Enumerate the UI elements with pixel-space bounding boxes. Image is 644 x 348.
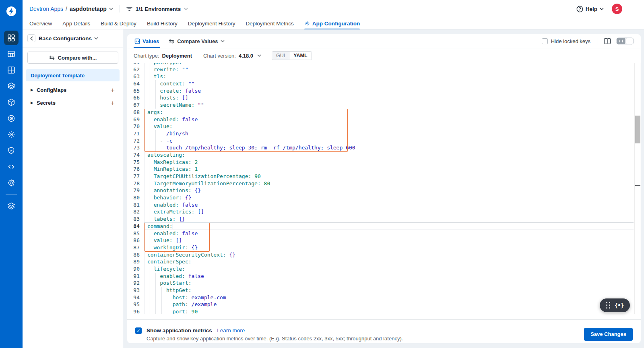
code-line[interactable]: 91 enabled: false — [127, 273, 641, 280]
config-scope-selector[interactable]: Base Configurations — [39, 35, 98, 41]
tab-app-details[interactable]: App Details — [62, 18, 90, 29]
devtron-logo-icon[interactable] — [0, 0, 23, 23]
toggle-option-gui[interactable]: GUI — [272, 52, 289, 60]
help-menu[interactable]: Help — [576, 6, 604, 12]
sidebar-item-configmaps[interactable]: ▶ ConfigMaps + — [26, 84, 120, 96]
code-line[interactable]: 88containerSecurityContext: {} — [127, 251, 641, 259]
sidebar-item-deployment-template[interactable]: Deployment Template — [26, 69, 120, 81]
code-editor-view-toggle[interactable] — [616, 37, 634, 45]
breadcrumb-app-name[interactable]: aspdotnetapp — [70, 6, 107, 12]
code-line[interactable]: 73 - touch /tmp/healthy; sleep 30; rm -r… — [127, 144, 641, 151]
tab-app-configuration[interactable]: App Configuration — [304, 18, 360, 29]
rail-stack-manager-icon[interactable] — [4, 199, 19, 213]
chevron-down-icon[interactable] — [109, 8, 113, 10]
save-changes-button[interactable]: Save Changes — [584, 328, 633, 341]
line-number: 92 — [127, 280, 144, 287]
code-line[interactable]: 62 rewrite: "" — [127, 66, 641, 73]
toggle-knob[interactable] — [625, 38, 634, 44]
code-line[interactable]: 84command: — [127, 223, 641, 230]
tab-deployment-metrics[interactable]: Deployment Metrics — [246, 18, 293, 29]
code-line[interactable]: 63 tls: — [127, 73, 641, 80]
line-number: 63 — [127, 73, 144, 80]
code-line[interactable]: 74autoscaling: — [127, 151, 641, 159]
code-text: host: example.com — [144, 294, 226, 301]
drag-handle-icon[interactable] — [606, 302, 611, 309]
code-line[interactable]: 65 create: false — [127, 87, 641, 95]
tab-build-history[interactable]: Build History — [147, 18, 178, 29]
header-divider — [120, 5, 120, 12]
code-line[interactable]: 78 TargetMemoryUtilizationPercentage: 80 — [127, 180, 641, 187]
code-line[interactable]: 64 context: "" — [127, 80, 641, 87]
rail-packages-icon[interactable] — [4, 95, 19, 110]
hide-locked-keys-control[interactable]: Hide locked keys — [542, 38, 590, 44]
code-line[interactable]: 87 workingDir: {} — [127, 244, 641, 251]
code-line[interactable]: 72 - -c — [127, 137, 641, 145]
editor-scrollbar[interactable] — [634, 63, 640, 314]
code-line[interactable]: 90 lifecycle: — [127, 265, 641, 273]
scrollbar-thumb[interactable] — [635, 116, 640, 143]
sidebar-item-secrets[interactable]: ▶ Secrets + — [26, 97, 120, 109]
tab-overview[interactable]: Overview — [29, 18, 52, 29]
code-line[interactable]: 89containerSpec: — [127, 258, 641, 265]
code-text: httpGet: — [144, 287, 192, 294]
code-line[interactable]: 94 host: example.com — [127, 294, 641, 301]
rail-global-configurations-icon[interactable] — [4, 176, 19, 190]
back-button[interactable] — [27, 34, 35, 42]
code-line[interactable]: 77 TargetCPUUtilizationPercentage: 90 — [127, 173, 641, 180]
code-braces-icon[interactable]: {•} — [615, 302, 623, 309]
code-line[interactable]: 82 extraMetrics: [] — [127, 208, 641, 215]
compare-with-button[interactable]: Compare with... — [27, 52, 118, 64]
code-text: enabled: false — [144, 230, 198, 237]
code-line[interactable]: 61 pathType: "" — [127, 63, 641, 66]
caret-right-icon[interactable]: ▶ — [31, 101, 33, 105]
code-line[interactable]: 96 port: 90 — [127, 308, 641, 314]
rail-release-hub-icon[interactable] — [4, 111, 19, 126]
chart-type-label: Chart type: — [134, 53, 159, 59]
code-line[interactable]: 92 postStart: — [127, 280, 641, 287]
code-line[interactable]: 86 value: [] — [127, 237, 641, 244]
add-configmap-button[interactable]: + — [111, 87, 115, 93]
code-line[interactable]: 75 MaxReplicas: 2 — [127, 159, 641, 166]
add-secret-button[interactable]: + — [111, 99, 115, 106]
tab-build-deploy[interactable]: Build & Deploy — [101, 18, 136, 29]
code-line[interactable]: 85 enabled: false — [127, 230, 641, 237]
show-metrics-checkbox[interactable]: ✓ — [135, 327, 142, 334]
rail-jobs-icon[interactable] — [4, 63, 19, 77]
tab-values[interactable]: Values — [134, 34, 160, 48]
rail-security-icon[interactable] — [4, 143, 19, 158]
code-line[interactable]: 76 MinReplicas: 1 — [127, 166, 641, 173]
learn-more-link[interactable]: Learn more — [217, 327, 245, 334]
code-line[interactable]: 66 hosts: [] — [127, 94, 641, 102]
rail-bulk-edit-icon[interactable] — [4, 127, 19, 142]
hide-locked-keys-checkbox[interactable] — [542, 38, 548, 44]
yaml-code-editor[interactable]: 61 pathType: ""62 rewrite: ""63 tls:64 c… — [127, 63, 641, 314]
code-line[interactable]: 93 httpGet: — [127, 287, 641, 294]
compare-values-menu[interactable]: Compare Values — [169, 34, 225, 48]
user-avatar[interactable]: S — [612, 4, 622, 14]
code-line[interactable]: 67 secretName: "" — [127, 102, 641, 109]
code-line[interactable]: 79 annotations: {} — [127, 187, 641, 194]
rail-resource-browser-icon[interactable] — [4, 160, 19, 174]
code-line[interactable]: 83 labels: {} — [127, 215, 641, 223]
breadcrumb-root[interactable]: Devtron Apps — [29, 6, 63, 12]
rail-apps-icon[interactable] — [4, 31, 19, 45]
code-text: port: 90 — [144, 308, 198, 314]
chart-version-dropdown[interactable]: 4.18.0 — [236, 53, 261, 59]
environment-selector[interactable]: 1/1 Environments — [126, 6, 188, 12]
rail-chart-store-icon[interactable] — [4, 79, 19, 93]
readme-button[interactable] — [604, 38, 611, 44]
code-line[interactable]: 71 - /bin/sh — [127, 130, 641, 137]
rail-application-groups-icon[interactable] — [4, 47, 19, 61]
code-line[interactable]: 80 behavior: {} — [127, 194, 641, 201]
code-line[interactable]: 81 enabled: false — [127, 201, 641, 209]
floating-editor-widget[interactable]: {•} — [600, 298, 630, 312]
line-number: 73 — [127, 144, 144, 151]
code-line[interactable]: 95 path: /example — [127, 301, 641, 308]
code-line[interactable]: 69 enabled: false — [127, 116, 641, 123]
code-line[interactable]: 70 value: — [127, 123, 641, 130]
caret-right-icon[interactable]: ▶ — [31, 88, 33, 92]
code-line[interactable]: 68args: — [127, 109, 641, 116]
tab-deployment-history[interactable]: Deployment History — [188, 18, 235, 29]
toggle-option-yaml[interactable]: YAML — [289, 52, 311, 60]
line-number: 74 — [127, 151, 144, 159]
